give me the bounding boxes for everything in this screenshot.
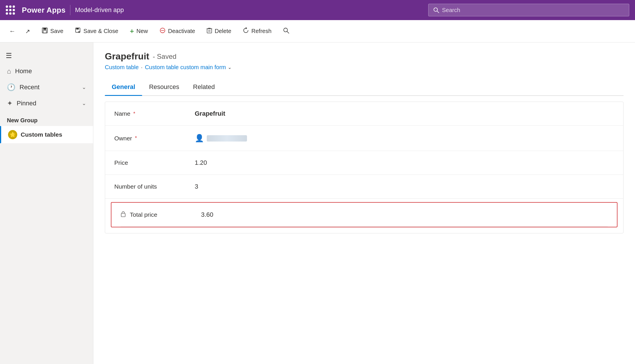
record-title-area: Grapefruit - Saved xyxy=(105,51,624,62)
search-icon xyxy=(433,7,439,13)
sidebar-recent-label: Recent xyxy=(20,84,40,91)
pinned-chevron-icon: ⌄ xyxy=(82,100,86,107)
name-label-text: Name xyxy=(114,110,130,117)
main-layout: ☰ ⌂ Home 🕐 Recent ⌄ ✦ Pinned ⌄ New Group… xyxy=(0,42,635,364)
sidebar-custom-tables-label: Custom tables xyxy=(21,131,62,138)
refresh-button[interactable]: Refresh xyxy=(238,24,277,39)
form-row-units: Number of units 3 xyxy=(105,175,623,199)
save-close-icon xyxy=(75,27,81,35)
tab-resources[interactable]: Resources xyxy=(142,79,186,95)
price-value[interactable]: 1.20 xyxy=(195,159,207,166)
price-label: Price xyxy=(114,159,195,166)
custom-tables-icon: 🌟 xyxy=(8,130,17,139)
svg-rect-14 xyxy=(121,213,125,217)
units-label-text: Number of units xyxy=(114,183,157,190)
form-row-price: Price 1.20 xyxy=(105,151,623,175)
svg-rect-6 xyxy=(76,28,79,30)
total-label-text: Total price xyxy=(130,211,157,218)
breadcrumb-separator: · xyxy=(141,64,143,71)
refresh-icon xyxy=(243,27,249,35)
owner-label-text: Owner xyxy=(114,135,132,142)
units-label: Number of units xyxy=(114,183,195,190)
breadcrumb-form-label: Custom table custom main form xyxy=(145,64,226,71)
new-label: New xyxy=(136,28,148,34)
name-label: Name * xyxy=(114,110,195,117)
deactivate-icon xyxy=(159,27,166,35)
record-name: Grapefruit xyxy=(105,51,149,62)
record-breadcrumb: Custom table · Custom table custom main … xyxy=(105,64,624,71)
name-value[interactable]: Grapefruit xyxy=(195,110,225,117)
breadcrumb-table-link[interactable]: Custom table xyxy=(105,64,139,71)
new-group-label: New Group xyxy=(0,111,93,126)
app-title: Power Apps xyxy=(22,6,65,15)
breadcrumb-chevron-icon: ⌄ xyxy=(228,65,231,70)
tab-general[interactable]: General xyxy=(105,79,142,95)
deactivate-button[interactable]: Deactivate xyxy=(154,24,200,39)
top-bar: Power Apps Model-driven app xyxy=(0,0,635,20)
form-section: Name * Grapefruit Owner * 👤 Pric xyxy=(105,102,624,233)
svg-rect-9 xyxy=(207,29,212,33)
toolbar-search-button[interactable] xyxy=(278,24,294,39)
search-input[interactable] xyxy=(442,7,624,13)
recent-icon: 🕐 xyxy=(7,83,16,91)
recent-chevron-icon: ⌄ xyxy=(82,84,86,90)
total-value: 3.60 xyxy=(201,211,213,218)
plus-icon: + xyxy=(130,27,134,36)
new-button[interactable]: + New xyxy=(125,24,153,39)
sidebar-menu-button[interactable]: ☰ xyxy=(0,48,93,63)
main-content: Grapefruit - Saved Custom table · Custom… xyxy=(93,42,635,364)
deactivate-label: Deactivate xyxy=(168,28,195,34)
save-close-button[interactable]: Save & Close xyxy=(70,24,123,39)
hamburger-icon: ☰ xyxy=(6,52,12,60)
total-price-highlighted-box: Total price 3.60 xyxy=(111,202,617,227)
sidebar-item-home[interactable]: ⌂ Home xyxy=(0,63,93,79)
save-close-label: Save & Close xyxy=(84,28,118,34)
back-button[interactable]: ← xyxy=(6,25,19,37)
delete-label: Delete xyxy=(215,28,231,34)
svg-rect-4 xyxy=(43,30,47,33)
owner-label: Owner * xyxy=(114,135,195,142)
sidebar-home-label: Home xyxy=(15,67,32,75)
sidebar-item-custom-tables[interactable]: 🌟 Custom tables xyxy=(0,126,93,143)
price-label-text: Price xyxy=(114,159,128,166)
app-subtitle: Model-driven app xyxy=(75,6,124,14)
form-row-name: Name * Grapefruit xyxy=(105,102,623,126)
topbar-divider xyxy=(70,5,70,15)
save-label: Save xyxy=(50,28,63,34)
external-link-icon: ↗ xyxy=(25,28,30,35)
units-value[interactable]: 3 xyxy=(195,183,198,190)
search-box[interactable] xyxy=(428,4,629,16)
home-icon: ⌂ xyxy=(7,67,11,75)
pinned-icon: ✦ xyxy=(7,99,13,107)
sidebar: ☰ ⌂ Home 🕐 Recent ⌄ ✦ Pinned ⌄ New Group… xyxy=(0,42,93,364)
sidebar-item-pinned[interactable]: ✦ Pinned ⌄ xyxy=(0,95,93,111)
total-label: Total price xyxy=(121,211,201,218)
refresh-label: Refresh xyxy=(251,28,271,34)
toolbar-search-icon xyxy=(283,27,289,35)
total-price-wrapper: Total price 3.60 xyxy=(105,199,623,233)
save-button[interactable]: Save xyxy=(36,24,69,39)
svg-rect-3 xyxy=(43,28,47,30)
form-row-owner: Owner * 👤 xyxy=(105,126,623,151)
svg-line-1 xyxy=(437,11,439,13)
sidebar-item-recent[interactable]: 🕐 Recent ⌄ xyxy=(0,79,93,95)
save-icon xyxy=(42,27,48,35)
delete-icon xyxy=(206,27,212,35)
tab-related[interactable]: Related xyxy=(186,79,222,95)
lock-icon xyxy=(121,211,126,218)
tabs: General Resources Related xyxy=(105,79,624,96)
owner-blurred-text xyxy=(207,135,247,142)
external-link-button[interactable]: ↗ xyxy=(20,24,35,39)
owner-required-star: * xyxy=(135,135,137,141)
record-saved-status: - Saved xyxy=(153,53,177,61)
svg-line-13 xyxy=(287,31,289,33)
form-row-total: Total price 3.60 xyxy=(111,203,617,226)
toolbar: ← ↗ Save Save & Close + New xyxy=(0,20,635,42)
delete-button[interactable]: Delete xyxy=(201,24,236,39)
owner-value[interactable]: 👤 xyxy=(195,134,247,143)
owner-person-icon: 👤 xyxy=(195,134,204,143)
sidebar-pinned-label: Pinned xyxy=(17,100,36,107)
name-required-star: * xyxy=(133,111,135,117)
breadcrumb-form-dropdown[interactable]: Custom table custom main form ⌄ xyxy=(145,64,231,71)
waffle-icon[interactable] xyxy=(6,5,15,15)
